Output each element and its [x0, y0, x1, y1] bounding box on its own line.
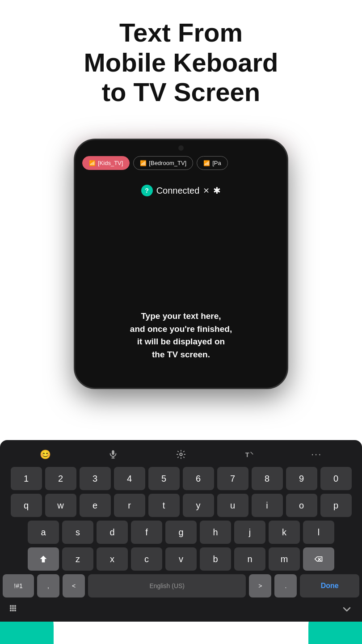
- chevron-left-key[interactable]: <: [63, 574, 85, 597]
- key-p[interactable]: p: [320, 494, 352, 517]
- svg-rect-12: [12, 607, 14, 609]
- key-3[interactable]: 3: [80, 467, 111, 490]
- key-t[interactable]: t: [148, 494, 180, 517]
- phone-placeholder-text: Type your text here, and once you're fin…: [75, 310, 287, 361]
- bluetooth-icon: ⨯︎: [203, 186, 210, 195]
- tv-tab-bedroom-label: [Bedroom_TV]: [149, 160, 186, 166]
- key-0[interactable]: 0: [320, 467, 352, 490]
- phone-camera: [178, 145, 184, 151]
- svg-rect-15: [12, 610, 14, 611]
- title-text: Text From Mobile Keboard to TV Screen: [84, 18, 278, 106]
- zxcv-row: z x c v b n m: [3, 547, 359, 571]
- more-button[interactable]: ···: [308, 446, 324, 462]
- phone-mockup: 📶 [Kids_TV] 📶 [Bedroom_TV] 📶 [Pa ? Conne…: [74, 139, 288, 389]
- comma-key[interactable]: ,: [37, 574, 59, 597]
- key-8[interactable]: 8: [252, 467, 283, 490]
- key-7[interactable]: 7: [217, 467, 248, 490]
- key-j[interactable]: j: [234, 521, 265, 544]
- key-6[interactable]: 6: [183, 467, 214, 490]
- keyboard: 😊 T ··· 1 2: [0, 440, 362, 622]
- svg-line-5: [250, 452, 253, 455]
- tv-tabs-container: 📶 [Kids_TV] 📶 [Bedroom_TV] 📶 [Pa: [75, 156, 287, 170]
- key-n[interactable]: n: [234, 547, 265, 571]
- bottom-row: !#1 , < English (US) > . Done: [3, 574, 359, 597]
- done-key[interactable]: Done: [300, 574, 359, 597]
- key-r[interactable]: r: [114, 494, 145, 517]
- svg-rect-10: [14, 605, 16, 607]
- mic-button[interactable]: [105, 446, 121, 462]
- phone-body: 📶 [Kids_TV] 📶 [Bedroom_TV] 📶 [Pa ? Conne…: [74, 139, 288, 389]
- key-q[interactable]: q: [11, 494, 42, 517]
- asdf-row: a s d f g h j k l: [3, 521, 359, 544]
- settings-button[interactable]: [173, 446, 189, 462]
- key-x[interactable]: x: [97, 547, 128, 571]
- keyboard-layout-icon[interactable]: [10, 605, 21, 613]
- shift-key[interactable]: [28, 547, 59, 571]
- text-format-button[interactable]: T: [241, 446, 257, 462]
- key-s[interactable]: s: [62, 521, 93, 544]
- key-v[interactable]: v: [165, 547, 197, 571]
- svg-text:T: T: [245, 451, 249, 458]
- key-c[interactable]: c: [131, 547, 162, 571]
- key-2[interactable]: 2: [45, 467, 76, 490]
- connected-label: Connected: [156, 186, 200, 196]
- key-u[interactable]: u: [217, 494, 248, 517]
- keyboard-rows: 1 2 3 4 5 6 7 8 9 0 q w e r t y u i o p …: [3, 467, 359, 597]
- svg-rect-14: [10, 610, 12, 611]
- key-w[interactable]: w: [45, 494, 76, 517]
- svg-rect-0: [112, 450, 115, 455]
- key-g[interactable]: g: [165, 521, 197, 544]
- emoji-button[interactable]: 😊: [38, 446, 54, 462]
- key-z[interactable]: z: [62, 547, 93, 571]
- svg-rect-9: [12, 605, 14, 607]
- key-l[interactable]: l: [303, 521, 334, 544]
- connection-status: ? Connected ⨯︎ ✱: [75, 185, 287, 196]
- key-y[interactable]: y: [183, 494, 214, 517]
- tv-tab-partial[interactable]: 📶 [Pa: [197, 156, 228, 170]
- symbols-key[interactable]: !#1: [3, 574, 34, 597]
- chevron-right-key[interactable]: >: [249, 574, 271, 597]
- wifi-icon-kids: 📶: [89, 160, 96, 166]
- key-9[interactable]: 9: [286, 467, 317, 490]
- key-5[interactable]: 5: [148, 467, 180, 490]
- key-o[interactable]: o: [286, 494, 317, 517]
- key-a[interactable]: a: [28, 521, 59, 544]
- key-k[interactable]: k: [269, 521, 300, 544]
- tv-tab-bedroom[interactable]: 📶 [Bedroom_TV]: [133, 156, 193, 170]
- period-key[interactable]: .: [274, 574, 297, 597]
- svg-rect-13: [14, 607, 16, 609]
- key-f[interactable]: f: [131, 521, 162, 544]
- key-h[interactable]: h: [200, 521, 231, 544]
- keyboard-toolbar: 😊 T ···: [3, 445, 359, 467]
- key-e[interactable]: e: [80, 494, 111, 517]
- keyboard-bottom-bar: [3, 600, 359, 614]
- status-icon: ?: [141, 185, 153, 196]
- svg-rect-8: [10, 605, 12, 607]
- wifi-icon-bedroom: 📶: [140, 160, 147, 166]
- key-i[interactable]: i: [252, 494, 283, 517]
- wifi-icon-partial: 📶: [203, 160, 210, 166]
- key-b[interactable]: b: [200, 547, 231, 571]
- svg-rect-16: [14, 610, 16, 611]
- page-title: Text From Mobile Keboard to TV Screen: [0, 18, 362, 107]
- key-m[interactable]: m: [269, 547, 300, 571]
- tv-tab-kids-label: [Kids_TV]: [98, 160, 123, 166]
- qwerty-row: q w e r t y u i o p: [3, 494, 359, 517]
- tv-tab-partial-label: [Pa: [212, 160, 221, 166]
- key-1[interactable]: 1: [11, 467, 42, 490]
- svg-rect-11: [10, 607, 12, 609]
- backspace-key[interactable]: [303, 547, 334, 571]
- svg-point-3: [180, 453, 182, 456]
- tv-tab-kids[interactable]: 📶 [Kids_TV]: [82, 156, 130, 170]
- bluetooth-symbol: ✱: [213, 185, 221, 196]
- key-d[interactable]: d: [97, 521, 128, 544]
- keyboard-hide-icon[interactable]: [341, 604, 352, 614]
- spacebar-key[interactable]: English (US): [88, 574, 246, 597]
- phone-side-button: [287, 194, 288, 220]
- number-row: 1 2 3 4 5 6 7 8 9 0: [3, 467, 359, 490]
- status-question-mark: ?: [145, 187, 149, 194]
- key-4[interactable]: 4: [114, 467, 145, 490]
